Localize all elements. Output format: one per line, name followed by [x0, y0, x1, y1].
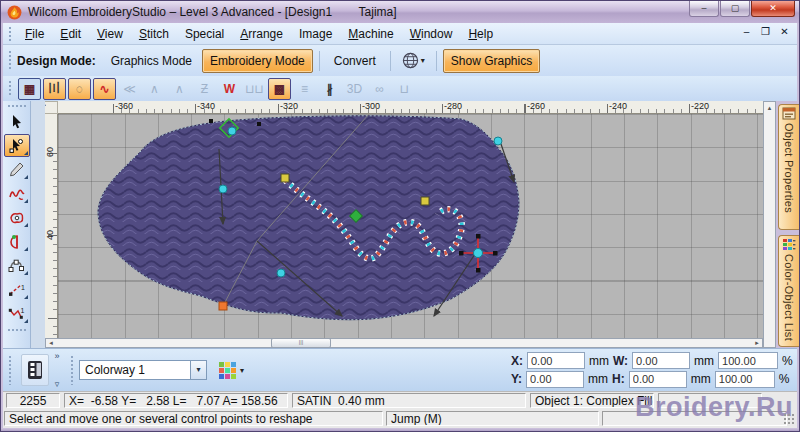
width-field[interactable] [632, 352, 690, 369]
colorway-select[interactable]: Colorway 1 ▾ [79, 360, 207, 380]
hatch-icon[interactable]: ∦ [318, 78, 341, 100]
menu-help[interactable]: Help [460, 24, 501, 44]
doc-restore-button[interactable]: ❐ [759, 26, 772, 37]
hscroll-thumb[interactable]: ||| [271, 338, 331, 348]
menu-machine[interactable]: Machine [340, 24, 401, 44]
scroll-right-icon[interactable]: ▸ [752, 339, 762, 347]
toolbar-grip[interactable] [8, 50, 12, 72]
curve-node[interactable] [277, 269, 285, 277]
stitch-edit-tool[interactable]: 1 [4, 302, 30, 325]
thread-colors-button[interactable]: ▾ [215, 359, 247, 382]
menu-file[interactable]: File [17, 24, 52, 44]
menu-edit[interactable]: Edit [52, 24, 89, 44]
freehand-embroidery-tool[interactable] [4, 182, 30, 205]
select-tool[interactable] [4, 110, 30, 133]
tab-object-properties[interactable]: Object Properties [778, 104, 799, 230]
select-arrow-icon [10, 114, 24, 129]
3d-effect-icon[interactable]: 3D [343, 78, 366, 100]
width-scale-field[interactable] [718, 352, 778, 369]
embroidery-object[interactable] [58, 114, 763, 338]
exit-point-square[interactable] [421, 197, 429, 205]
resize-grip[interactable] [783, 413, 795, 425]
w-label: W: [613, 354, 628, 368]
entry-point-square[interactable] [281, 174, 289, 182]
object-outline [98, 116, 519, 320]
horizontal-ruler: -360 -340 -320 -300 -280 -260 -240 -220 [58, 101, 763, 114]
menu-special[interactable]: Special [177, 24, 232, 44]
reshape-nodes-tool[interactable] [4, 254, 30, 277]
curve-node[interactable] [494, 137, 502, 145]
doc-close-button[interactable]: ✕ [778, 26, 791, 37]
corner-node[interactable] [257, 122, 261, 126]
toolbar-grip[interactable] [70, 355, 74, 384]
maximize-button[interactable]: ▢ [720, 1, 750, 17]
chevron-down-icon[interactable]: ▾ [190, 361, 206, 379]
curve-node[interactable] [219, 185, 227, 193]
unit-label: mm [588, 372, 608, 386]
chevron-down-icon[interactable]: ▾ [240, 366, 244, 375]
input-b-icon[interactable]: ∧ [143, 78, 166, 100]
embroidery-mode-button[interactable]: Embroidery Mode [202, 49, 313, 73]
curve-node[interactable] [228, 127, 236, 135]
run-stitch-icon[interactable]: ▦ [18, 78, 41, 100]
toolbar-grip[interactable] [8, 355, 12, 384]
trueview-icon[interactable]: ∞ [368, 78, 391, 100]
toolbar-grip[interactable] [7, 104, 26, 108]
scroll-left-icon[interactable]: ◂ [46, 339, 56, 347]
unit-label: mm [691, 372, 711, 386]
vertical-scrollbar[interactable]: ▴ [763, 101, 776, 348]
menu-arrange[interactable]: Arrange [232, 24, 291, 44]
height-scale-field[interactable] [715, 371, 775, 388]
knife-tool[interactable] [4, 158, 30, 181]
ruler-label: 60 [45, 147, 55, 157]
reshape-tool[interactable] [4, 134, 30, 157]
menu-image[interactable]: Image [291, 24, 340, 44]
horizontal-scrollbar[interactable]: ◂ ||| ▸ [45, 338, 763, 348]
toolbar-grip[interactable] [8, 26, 12, 41]
design-canvas[interactable] [58, 114, 763, 338]
input-a-icon[interactable]: ≪ [118, 78, 141, 100]
toolbar-overflow-icon[interactable]: » [54, 351, 59, 361]
circle-pin-icon [9, 234, 25, 249]
ruler-label: -360 [115, 101, 133, 111]
app-flame-icon [7, 5, 22, 20]
penetration-points-tool[interactable]: 1 [4, 278, 30, 301]
contour-lines-icon[interactable]: ≡ [293, 78, 316, 100]
svg-text:1: 1 [21, 307, 25, 314]
zigzag-stitch-icon[interactable]: W [218, 78, 241, 100]
corner-node[interactable] [209, 119, 213, 123]
input-c-icon[interactable]: ∧ [168, 78, 191, 100]
satin-fill-icon[interactable]: ∿ [93, 78, 116, 100]
x-field[interactable] [527, 352, 585, 369]
motif-fill-icon[interactable]: ◌ [68, 78, 91, 100]
tatami-fill-icon[interactable]: 〣 [43, 78, 66, 100]
convert-button[interactable]: Convert [326, 49, 384, 73]
toolbar-more-icon[interactable]: ▿ [55, 379, 60, 389]
closed-shape-tool[interactable] [4, 206, 30, 229]
scroll-up-icon[interactable]: ▴ [764, 102, 775, 114]
dashed-line-icon: 1 [8, 282, 25, 297]
doc-minimize-button[interactable]: – [740, 26, 753, 37]
y-field[interactable] [526, 371, 584, 388]
hoop-icon[interactable]: ⊔ [393, 78, 416, 100]
menu-window[interactable]: Window [402, 24, 461, 44]
tab-color-object-list[interactable]: Color-Object List [778, 235, 799, 347]
film-strip-icon [26, 360, 44, 380]
stitch-player-button[interactable] [21, 354, 49, 386]
chevron-down-icon: ▾ [421, 56, 425, 65]
close-button[interactable]: ✕ [751, 1, 795, 17]
toolbar-grip[interactable] [8, 80, 12, 98]
pattern-fill-icon[interactable]: ▩ [268, 78, 291, 100]
menu-stitch[interactable]: Stitch [131, 24, 177, 44]
anchor-square[interactable] [219, 302, 227, 310]
height-field[interactable] [629, 371, 687, 388]
complex-fill-icon[interactable]: Ƶ [193, 78, 216, 100]
hoop-globe-button[interactable]: ▾ [397, 49, 430, 72]
appliique-circle-tool[interactable] [4, 230, 30, 253]
menu-view[interactable]: View [89, 24, 131, 44]
show-graphics-button[interactable]: Show Graphics [443, 49, 540, 73]
graphics-mode-button[interactable]: Graphics Mode [103, 49, 200, 73]
ruler-label: -280 [444, 101, 462, 111]
e-stitch-icon[interactable]: ⊔⊔ [243, 78, 266, 100]
minimize-button[interactable]: – [689, 1, 719, 17]
